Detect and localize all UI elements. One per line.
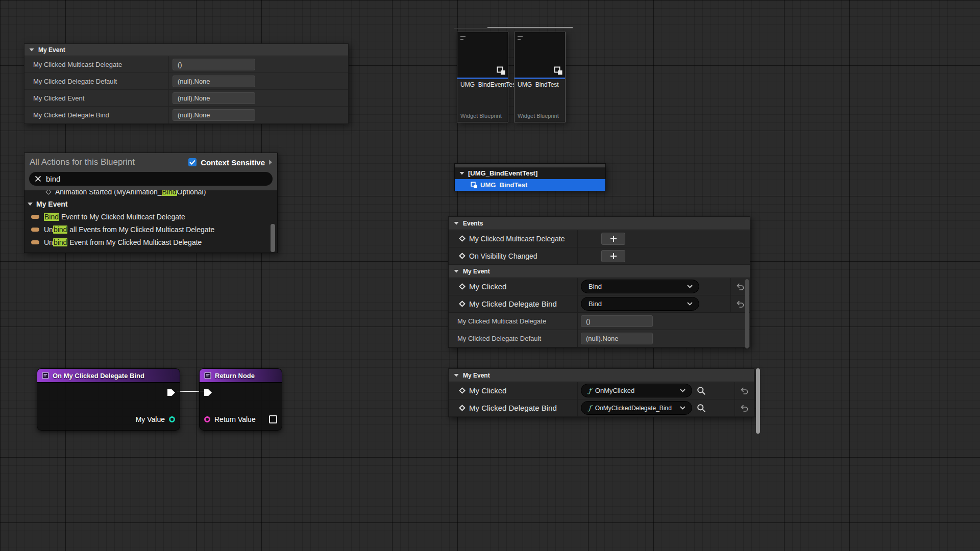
property-value-field[interactable]: (null).None bbox=[173, 92, 255, 104]
event-pin-icon bbox=[459, 387, 465, 394]
property-row-my-clicked: My Clicked Bind bbox=[449, 278, 750, 295]
category-header-my-event[interactable]: My Event bbox=[449, 369, 754, 382]
delegate-icon bbox=[31, 240, 39, 244]
function-icon: ƒ bbox=[589, 404, 591, 412]
event-row: My Clicked Multicast Delegate bbox=[449, 230, 750, 247]
category-header-my-event[interactable]: My Event bbox=[24, 44, 348, 56]
my-value-output-pin[interactable] bbox=[169, 416, 175, 422]
asset-thumbnail bbox=[514, 32, 565, 79]
add-event-button[interactable] bbox=[601, 233, 625, 245]
result-node-icon bbox=[204, 372, 211, 379]
widget-blueprint-icon bbox=[497, 66, 506, 76]
event-label: My Clicked Multicast Delegate bbox=[469, 235, 565, 243]
category-header-my-event[interactable]: My Event bbox=[449, 265, 750, 278]
category-header-events[interactable]: Events bbox=[449, 217, 750, 230]
property-value-field[interactable]: (null).None bbox=[581, 333, 653, 344]
node-title: Return Node bbox=[215, 372, 255, 380]
magnifier-icon bbox=[697, 404, 706, 413]
property-label: My Clicked Multicast Delegate bbox=[24, 56, 168, 72]
asset-tile-umg-bindtest[interactable]: UMG_BindTest Widget Blueprint bbox=[514, 32, 566, 122]
asset-name: UMG_BindTest bbox=[514, 79, 565, 89]
undo-arrow-icon bbox=[736, 299, 745, 308]
event-pin-icon bbox=[459, 235, 465, 242]
context-sensitive-label: Context Sensitive bbox=[201, 158, 265, 167]
property-value-field[interactable]: () bbox=[173, 59, 255, 70]
property-row: My Clicked Delegate Default (null).None bbox=[24, 73, 348, 90]
expand-arrow-icon[interactable] bbox=[269, 160, 272, 165]
collapse-arrow-icon bbox=[28, 203, 33, 206]
details-panel-bottom: My Event My Clicked ƒ OnMyClicked bbox=[448, 368, 754, 417]
collapse-arrow-icon bbox=[459, 172, 464, 175]
chevron-down-icon bbox=[680, 406, 685, 410]
scrollbar-thumb[interactable] bbox=[271, 224, 275, 252]
search-input[interactable]: bind bbox=[29, 172, 273, 186]
plus-icon bbox=[610, 253, 617, 260]
collapse-arrow-icon bbox=[454, 374, 459, 377]
magnifier-icon bbox=[697, 386, 706, 395]
pin-label: Return Value bbox=[214, 415, 256, 423]
tab-divider bbox=[454, 28, 573, 29]
asset-type: Widget Blueprint bbox=[514, 113, 565, 122]
asset-name: UMG_BindEventTest bbox=[457, 79, 508, 89]
clipped-row-container: Animation Started (MyAnimation_BindOptio… bbox=[24, 190, 277, 198]
exec-input-pin[interactable] bbox=[204, 389, 212, 396]
bind-dropdown[interactable]: Bind bbox=[581, 297, 699, 311]
action-category-my-event[interactable]: My Event bbox=[24, 198, 277, 210]
browse-to-function-button[interactable] bbox=[697, 404, 706, 413]
node-title: On My Clicked Delegate Bind bbox=[53, 372, 144, 380]
function-dropdown[interactable]: ƒ OnMyClicked bbox=[581, 384, 692, 397]
return-value-checkbox[interactable] bbox=[269, 415, 277, 423]
collapse-arrow-icon bbox=[454, 222, 459, 225]
event-pin-icon bbox=[459, 253, 465, 259]
action-item-unbind-all[interactable]: Unbind all Events from My Clicked Multic… bbox=[24, 223, 277, 236]
action-list: Animation Started (MyAnimation_BindOptio… bbox=[24, 190, 277, 253]
exec-output-pin[interactable] bbox=[167, 389, 175, 396]
action-item-bind-event[interactable]: Bind Event to My Clicked Multicast Deleg… bbox=[24, 210, 277, 223]
collapse-arrow-icon bbox=[29, 48, 34, 52]
node-header[interactable]: Return Node bbox=[200, 369, 282, 383]
hierarchy-root-label: [UMG_BindEventTest] bbox=[468, 169, 537, 177]
property-label: My Clicked bbox=[469, 282, 506, 291]
asset-thumbnail bbox=[457, 32, 508, 79]
hierarchy-selected-label: UMG_BindTest bbox=[480, 181, 527, 189]
property-value-field[interactable]: (null).None bbox=[173, 109, 255, 121]
reset-to-default-button[interactable] bbox=[734, 382, 754, 399]
return-value-input-pin[interactable] bbox=[204, 416, 210, 422]
details-panel-right: Events My Clicked Multicast Delegate On … bbox=[448, 216, 750, 348]
search-text: bind bbox=[46, 174, 60, 183]
action-item-animation-started[interactable]: Animation Started (MyAnimation_BindOptio… bbox=[24, 190, 277, 198]
property-row-my-clicked-delegate-bind: My Clicked Delegate Bind ƒ OnMyClickedDe… bbox=[449, 399, 754, 417]
asset-tile-umg-bindeventtest[interactable]: UMG_BindEventTest Widget Blueprint bbox=[457, 32, 508, 122]
property-label: My Clicked Delegate Default bbox=[457, 335, 541, 342]
property-value-field[interactable]: () bbox=[581, 315, 653, 327]
hierarchy-header-strip bbox=[455, 164, 605, 167]
property-value-field[interactable]: (null).None bbox=[173, 76, 255, 87]
property-row: My Clicked Delegate Default (null).None bbox=[449, 330, 750, 347]
plus-icon bbox=[610, 235, 617, 242]
node-return-node[interactable]: Return Node Return Value bbox=[199, 368, 282, 431]
context-sensitive-checkbox[interactable] bbox=[188, 158, 197, 166]
undo-arrow-icon bbox=[740, 404, 749, 412]
scrollbar-thumb[interactable] bbox=[745, 279, 749, 348]
reset-to-default-button[interactable] bbox=[734, 399, 754, 416]
clear-search-icon[interactable] bbox=[35, 176, 41, 182]
node-header[interactable]: On My Clicked Delegate Bind bbox=[37, 369, 180, 383]
event-node-icon bbox=[42, 372, 49, 379]
scrollbar-thumb[interactable] bbox=[756, 368, 760, 434]
add-event-button[interactable] bbox=[601, 250, 625, 262]
chevron-down-icon bbox=[687, 302, 693, 306]
action-item-unbind-event[interactable]: Unbind Event from My Clicked Multicast D… bbox=[24, 236, 277, 248]
chevron-down-icon bbox=[680, 389, 685, 392]
event-pin-icon bbox=[459, 405, 465, 411]
property-row: My Clicked Event (null).None bbox=[24, 90, 348, 107]
hierarchy-root-row[interactable]: [UMG_BindEventTest] bbox=[455, 167, 605, 179]
undo-arrow-icon bbox=[736, 282, 745, 291]
hierarchy-selected-row[interactable]: UMG_BindTest bbox=[455, 179, 605, 191]
asset-type: Widget Blueprint bbox=[457, 113, 508, 122]
event-row: On Visibility Changed bbox=[449, 247, 750, 265]
node-on-my-clicked-delegate-bind[interactable]: On My Clicked Delegate Bind My Value bbox=[37, 368, 180, 431]
bind-dropdown[interactable]: Bind bbox=[581, 280, 699, 293]
blueprint-graph-canvas[interactable]: My Event My Clicked Multicast Delegate (… bbox=[0, 0, 980, 551]
function-dropdown[interactable]: ƒ OnMyClickedDelegate_Bind bbox=[581, 401, 692, 415]
browse-to-function-button[interactable] bbox=[697, 386, 706, 395]
